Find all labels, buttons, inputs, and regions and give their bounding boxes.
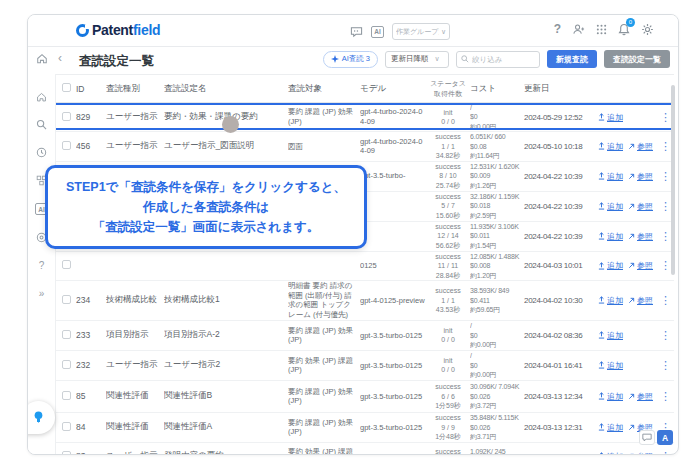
notifications-bell-icon[interactable]: 0 bbox=[618, 23, 630, 36]
col-review-type: 査読種別 bbox=[106, 83, 164, 95]
chevron-down-icon: ∨ bbox=[441, 28, 446, 36]
reference-link[interactable]: 参照 bbox=[628, 201, 653, 212]
col-status: ステータス取得件数 bbox=[430, 79, 470, 98]
updated-date: 2024-04-01 16:41 bbox=[524, 361, 598, 370]
table-row[interactable]: 232 ユーザー指示 ユーザー指示2 要約 効果 (JP) 課題 (JP) gp… bbox=[56, 351, 674, 381]
reference-link[interactable]: 参照 bbox=[628, 260, 653, 271]
search-input[interactable] bbox=[472, 55, 532, 64]
sidebar-help-icon[interactable]: ? bbox=[39, 260, 45, 271]
help-icon[interactable]: ? bbox=[554, 22, 561, 36]
add-link[interactable]: 追加 bbox=[598, 451, 623, 455]
filter-search[interactable] bbox=[456, 51, 540, 68]
ai-assist-icon[interactable]: AI bbox=[371, 26, 384, 38]
model-name: gpt-3.5-turbo- bbox=[360, 452, 430, 455]
home-icon[interactable] bbox=[36, 53, 48, 64]
table-row[interactable]: 829 ユーザー指示 要約・効果・課題の要約 要約 課題 (JP) 効果 (JP… bbox=[56, 103, 674, 132]
kebab-menu-icon[interactable]: ⋮ bbox=[660, 294, 674, 307]
row-checkbox[interactable] bbox=[62, 451, 71, 455]
reference-link[interactable]: 参照 bbox=[628, 391, 653, 402]
add-link[interactable]: 追加 bbox=[598, 422, 623, 433]
a-float-button[interactable]: A bbox=[657, 430, 673, 445]
kebab-menu-icon[interactable]: ⋮ bbox=[660, 329, 674, 342]
reference-link[interactable]: 参照 bbox=[628, 451, 653, 455]
review-settings-list-button[interactable]: 査読設定一覧 bbox=[604, 50, 670, 68]
cost: /$0約0.00円 bbox=[470, 351, 524, 379]
open-icon bbox=[628, 297, 635, 304]
upload-icon bbox=[598, 262, 605, 270]
table-row[interactable]: 84 関連性評価 関連性評価A 要約 課題 (JP) 効果 (JP) gpt-3… bbox=[56, 413, 674, 443]
open-icon bbox=[628, 453, 635, 455]
updated-date: 2024-04-02 10:30 bbox=[524, 296, 598, 305]
select-all-checkbox[interactable] bbox=[62, 83, 71, 92]
updated-date: 2024-05-10 10:18 bbox=[524, 142, 598, 151]
open-icon bbox=[628, 143, 635, 150]
sidebar-search-icon[interactable] bbox=[36, 119, 47, 130]
sort-order-select[interactable]: 更新日降順∨ bbox=[385, 51, 449, 68]
row-id: 85 bbox=[76, 391, 106, 401]
sidebar-home-icon[interactable] bbox=[36, 92, 47, 102]
table-body: 829 ユーザー指示 要約・効果・課題の要約 要約 課題 (JP) 効果 (JP… bbox=[56, 103, 674, 455]
open-icon bbox=[628, 203, 635, 210]
add-user-icon[interactable] bbox=[572, 23, 585, 35]
row-id: 232 bbox=[76, 360, 106, 370]
sidebar-collapse-icon[interactable]: » bbox=[39, 288, 45, 299]
sidebar-history-icon[interactable] bbox=[36, 147, 47, 158]
reference-link[interactable]: 参照 bbox=[628, 171, 653, 182]
add-link[interactable]: 追加 bbox=[598, 360, 623, 371]
review-target: 明細書 要約 請求の範囲 (出願/付与) 請求の範囲 トップクレーム (付与優先… bbox=[288, 281, 360, 320]
add-link[interactable]: 追加 bbox=[598, 295, 623, 306]
row-checkbox[interactable] bbox=[62, 422, 71, 431]
add-link[interactable]: 追加 bbox=[598, 391, 623, 402]
sidebar: AI ? » bbox=[28, 74, 56, 455]
review-type: 関連性評価 bbox=[106, 421, 164, 433]
table-row[interactable]: 0125 success11 / 1128.84秒 12.085K/ 1.488… bbox=[56, 252, 674, 281]
status: success11 / 1128.84秒 bbox=[430, 252, 470, 280]
review-setting-name: ユーザー指示2 bbox=[164, 359, 288, 371]
add-link[interactable]: 追加 bbox=[598, 112, 623, 123]
kebab-menu-icon[interactable]: ⋮ bbox=[660, 359, 674, 372]
row-checkbox[interactable] bbox=[62, 260, 71, 269]
upload-icon bbox=[598, 452, 605, 455]
add-link[interactable]: 追加 bbox=[598, 231, 623, 242]
row-checkbox[interactable] bbox=[62, 360, 71, 369]
add-link[interactable]: 追加 bbox=[598, 330, 623, 341]
reference-link[interactable]: 参照 bbox=[628, 295, 653, 306]
comment-icon[interactable] bbox=[350, 26, 363, 38]
new-review-button[interactable]: 新規査読 bbox=[547, 50, 597, 68]
apps-grid-icon[interactable] bbox=[596, 24, 607, 35]
row-checkbox[interactable] bbox=[62, 391, 71, 400]
row-id: 234 bbox=[76, 295, 106, 305]
row-checkbox[interactable] bbox=[62, 141, 71, 150]
reference-link[interactable]: 参照 bbox=[628, 141, 653, 152]
notification-badge: 0 bbox=[626, 18, 635, 27]
row-checkbox[interactable] bbox=[62, 330, 71, 339]
kebab-menu-icon[interactable]: ⋮ bbox=[660, 390, 674, 403]
table-row[interactable]: 234 技術構成比較 技術構成比較1 明細書 要約 請求の範囲 (出願/付与) … bbox=[56, 281, 674, 321]
add-link[interactable]: 追加 bbox=[598, 171, 623, 182]
row-checkbox[interactable] bbox=[62, 295, 71, 304]
patentfield-logo[interactable]: Patentfield bbox=[76, 22, 160, 38]
reference-link[interactable]: 参照 bbox=[628, 231, 653, 242]
table-row[interactable]: 83 ユーザー指示 発明内容の要約 要約 効果 (JP) 課題 (JP) gpt… bbox=[56, 443, 674, 455]
back-button[interactable]: ‹ bbox=[58, 51, 62, 65]
table-row[interactable]: 456 ユーザー指示 ユーザー指示_図面説明 図面 gpt-4-turbo-20… bbox=[56, 132, 674, 161]
ai-review-pill[interactable]: AI査読 3 bbox=[323, 51, 378, 68]
settings-gear-icon[interactable] bbox=[641, 23, 654, 36]
review-target: 要約 課題 (JP) 効果 (JP) bbox=[288, 387, 360, 407]
kebab-menu-icon[interactable]: ⋮ bbox=[660, 450, 674, 455]
row-id: 84 bbox=[76, 422, 106, 432]
model-name: gpt-3.5-turbo-0125 bbox=[360, 423, 430, 433]
table-row[interactable]: 233 項目別指示 項目別指示A-2 要約 課題 (JP) 効果 (JP) gp… bbox=[56, 321, 674, 351]
model-name: gpt-3.5-turbo- bbox=[360, 171, 430, 181]
upload-icon bbox=[598, 202, 605, 210]
add-link[interactable]: 追加 bbox=[598, 201, 623, 212]
vertical-scrollbar[interactable] bbox=[671, 85, 675, 275]
upload-icon bbox=[598, 423, 605, 431]
chat-float-button[interactable] bbox=[639, 430, 655, 445]
add-link[interactable]: 追加 bbox=[598, 260, 623, 271]
review-setting-name: 関連性評価A bbox=[164, 421, 288, 433]
table-row[interactable]: 85 関連性評価 関連性評価B 要約 課題 (JP) 効果 (JP) gpt-3… bbox=[56, 381, 674, 413]
workgroup-select[interactable]: 作業グループ選択∨ bbox=[392, 23, 450, 40]
add-link[interactable]: 追加 bbox=[598, 141, 623, 152]
row-checkbox[interactable] bbox=[62, 112, 71, 121]
